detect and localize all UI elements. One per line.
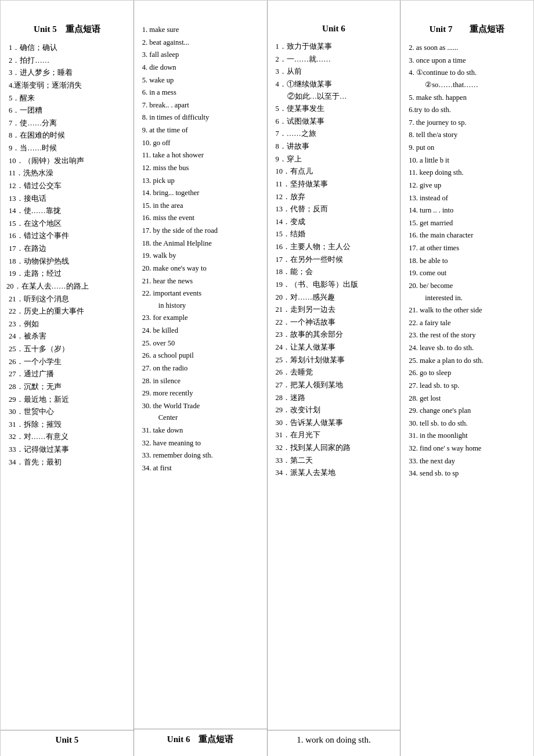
list-item: 21．听到这个消息 (6, 293, 128, 305)
list-item: 19. walk by (140, 250, 261, 262)
list-item: 25．五十多（岁） (6, 343, 128, 355)
list-item: 2．拍打…… (6, 55, 128, 67)
list-item: 14．变成 (273, 216, 395, 228)
col4-items: 2. as soon as ......3. once upon a time4… (406, 42, 528, 480)
list-item: 20. make one's way to (140, 262, 261, 275)
column-4: Unit 7 重点短语 2. as soon as ......3. once … (400, 1, 533, 756)
list-item: 13．接电话 (6, 193, 128, 205)
list-item: 1．确信；确认 (6, 42, 128, 54)
list-item: 31．在月光下 (273, 429, 395, 441)
list-item: 16．主要人物；主人公 (273, 241, 395, 253)
list-item: 17．在路边 (6, 243, 128, 255)
list-item: 27. lead sb. to sp. (406, 380, 528, 392)
list-item: 5. make sth. happen (406, 92, 528, 104)
list-item: 1. make sure (140, 24, 261, 36)
list-item: 28. in silence (140, 375, 261, 387)
list-item: 32．对……有意义 (6, 431, 128, 443)
list-item: 11．洗热水澡 (6, 167, 128, 179)
col4-header: Unit 7 重点短语 (406, 24, 528, 35)
list-item: 30．告诉某人做某事 (273, 417, 395, 429)
list-item: 9．穿上 (273, 153, 395, 165)
list-item: 27．把某人领到某地 (273, 379, 395, 391)
list-item: 33. remember doing sth. (140, 449, 261, 462)
list-item: 12．放弃 (273, 191, 395, 203)
list-item: 17. at other times (406, 242, 528, 254)
list-item: 10. a little b it (406, 154, 528, 167)
list-item: 23. the rest of the story (406, 329, 528, 341)
list-item: 3．进人梦乡；睡着 (6, 67, 128, 79)
list-item: 18．能；会 (273, 266, 395, 278)
col2-footer: Unit 6 重点短语 (134, 729, 267, 745)
column-2: 1. make sure2. beat against...3. fall as… (134, 1, 268, 756)
col3-items: 1．致力于做某事2．一……就……3．从前4．①继续做某事②如此…以至于…5．使某… (273, 41, 395, 479)
list-item: 21．走到另一边去 (273, 304, 395, 316)
list-item: 8. tell the/a story (406, 129, 528, 141)
list-item: 13. instead of (406, 192, 528, 204)
list-item: 2. beat against... (140, 37, 261, 49)
list-item: 24. be killed (140, 325, 261, 337)
list-item: 33. the next day (406, 455, 528, 467)
list-item: 12. miss the bus (140, 162, 261, 174)
list-item: 6. in a mess (140, 87, 261, 99)
list-item: 9. put on (406, 142, 528, 154)
list-item: 25. make a plan to do sth. (406, 355, 528, 367)
list-item: 23. for example (140, 312, 261, 324)
list-item: 18．动物保护热线 (6, 255, 128, 268)
list-item: 10. go off (140, 137, 261, 149)
col1-items: 1．确信；确认2．拍打……3．进人梦乡；睡着4.逐渐变弱；逐渐消失5．醒来6．一… (6, 42, 128, 468)
list-item: 26. a school pupil (140, 350, 261, 362)
list-item: 14. bring... together (140, 187, 261, 199)
list-item: 22．一个神话故事 (273, 316, 395, 329)
list-item: 26．去睡觉 (273, 366, 395, 379)
list-item: 18. be able to (406, 255, 528, 267)
col1-footer: Unit 5 (1, 730, 134, 745)
list-item: 33．记得做过某事 (6, 444, 128, 456)
column-1: Unit 5 重点短语 1．确信；确认2．拍打……3．进人梦乡；睡着4.逐渐变弱… (1, 1, 134, 756)
list-item: 31. take down (140, 424, 261, 437)
list-item: 21. walk to the other side (406, 304, 528, 316)
list-item: 34．首先；最初 (6, 456, 128, 469)
list-item: 6．一团糟 (6, 105, 128, 117)
list-item: 29. change one's plan (406, 405, 528, 417)
list-item: 28. get lost (406, 393, 528, 405)
list-item: 4．①继续做某事②如此…以至于… (273, 78, 395, 102)
list-item: 12．错过公交车 (6, 180, 128, 192)
list-item: 22．历史上的重大事件 (6, 305, 128, 318)
list-item: 24. leave sb. to do sth. (406, 342, 528, 354)
list-item: 8. in times of difficulty (140, 111, 261, 124)
list-item: 24．被杀害 (6, 330, 128, 343)
list-item: 32．找到某人回家的路 (273, 442, 395, 454)
list-item: 13．代替；反而 (273, 203, 395, 215)
list-item: 7. break.. . apart (140, 99, 261, 111)
list-item: 17. by the side of the road (140, 225, 261, 237)
list-item: 10．有点儿 (273, 165, 395, 178)
column-3: Unit 6 1．致力于做某事2．一……就……3．从前4．①继续做某事②如此…以… (268, 1, 401, 756)
list-item: 11. keep doing sth. (406, 167, 528, 179)
list-item: 19．（书、电影等）出版 (273, 279, 395, 291)
list-item: 22. important eventsin history (140, 287, 261, 311)
list-item: 21. hear the news (140, 275, 261, 287)
list-item: 6．试图做某事 (273, 116, 395, 128)
list-item: 4. die down (140, 62, 261, 74)
list-item: 1．致力于做某事 (273, 41, 395, 53)
list-item: 3．从前 (273, 66, 395, 78)
list-item: 26．一个小学生 (6, 356, 128, 368)
list-item: 2. as soon as ...... (406, 42, 528, 54)
list-item: 32. have meaning to (140, 437, 261, 449)
list-item: 19．走路；经过 (6, 268, 128, 280)
list-item: 2．一……就…… (273, 53, 395, 66)
page: Unit 5 重点短语 1．确信；确认2．拍打……3．进人梦乡；睡着4.逐渐变弱… (0, 0, 534, 756)
list-item: 30．世贸中心 (6, 406, 128, 418)
list-item: 16．错过这个事件 (6, 230, 128, 242)
list-item: 4. ①continue to do sth.②so……that…… (406, 67, 528, 91)
list-item: 30. the World TradeCenter (140, 400, 261, 424)
list-item: 29．改变计划 (273, 404, 395, 416)
list-item: 34. at first (140, 462, 261, 474)
list-item: 4.逐渐变弱；逐渐消失 (6, 80, 128, 92)
list-item: 6.try to do sth. (406, 104, 528, 116)
col2-items: 1. make sure2. beat against...3. fall as… (140, 24, 261, 474)
col3-header: Unit 6 (273, 24, 395, 34)
list-item: 31. in the moonlight (406, 430, 528, 442)
list-item: 17．在另外一些时候 (273, 254, 395, 266)
list-item: 29. more recently (140, 387, 261, 399)
